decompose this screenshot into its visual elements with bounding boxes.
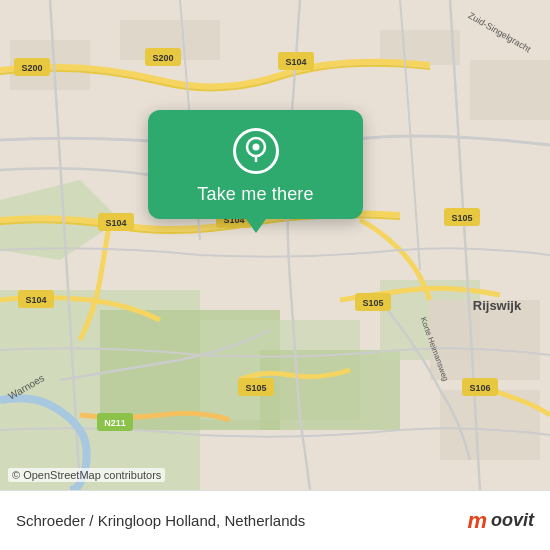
svg-text:S104: S104 <box>25 295 46 305</box>
svg-point-40 <box>252 144 259 151</box>
svg-text:Rijswijk: Rijswijk <box>473 298 522 313</box>
popup-card[interactable]: Take me there <box>148 110 363 219</box>
take-me-there-button[interactable]: Take me there <box>197 184 313 205</box>
location-pin-icon <box>245 136 267 166</box>
moovit-logo: moovit <box>467 508 534 534</box>
moovit-word: oovit <box>491 510 534 531</box>
svg-text:S106: S106 <box>469 383 490 393</box>
svg-text:S104: S104 <box>285 57 306 67</box>
svg-text:S104: S104 <box>105 218 126 228</box>
svg-text:S105: S105 <box>362 298 383 308</box>
svg-rect-10 <box>470 60 550 120</box>
svg-text:S200: S200 <box>21 63 42 73</box>
footer-bar: Schroeder / Kringloop Holland, Netherlan… <box>0 490 550 550</box>
map-background: S200 S200 S104 S104 S104 S105 S105 S105 … <box>0 0 550 490</box>
location-icon-circle <box>233 128 279 174</box>
svg-text:S105: S105 <box>451 213 472 223</box>
svg-text:S200: S200 <box>152 53 173 63</box>
copyright-text: © OpenStreetMap contributors <box>8 468 165 482</box>
location-label: Schroeder / Kringloop Holland, Netherlan… <box>16 512 467 529</box>
map-container: S200 S200 S104 S104 S104 S105 S105 S105 … <box>0 0 550 490</box>
svg-rect-4 <box>260 350 400 430</box>
svg-text:S105: S105 <box>245 383 266 393</box>
svg-text:N211: N211 <box>104 418 126 428</box>
moovit-m-letter: m <box>467 508 487 534</box>
